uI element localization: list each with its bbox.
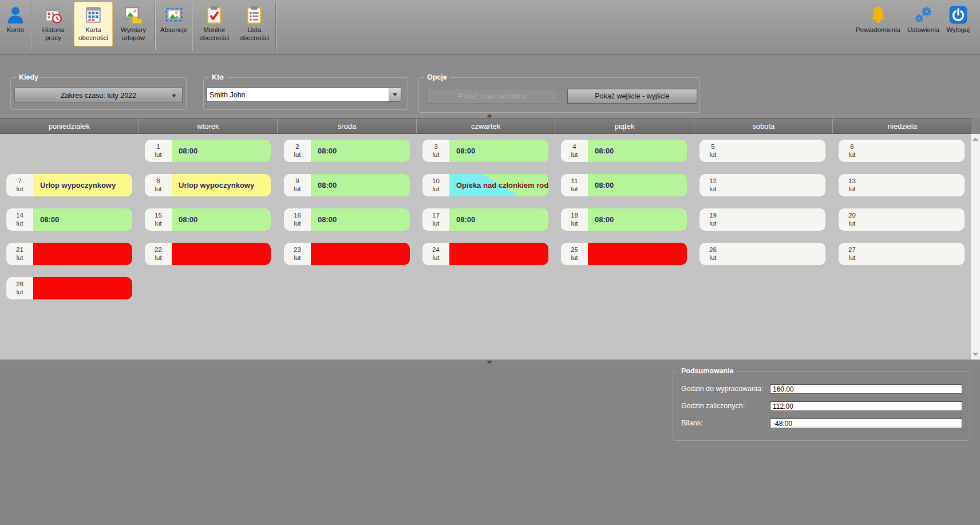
calendar-cell-day-28[interactable]: 28lut	[6, 277, 132, 299]
toolbar-button-label: Absencje	[160, 26, 187, 34]
calendar-cell-day-17[interactable]: 17lut08:00	[422, 208, 548, 231]
scroll-up-icon[interactable]	[973, 137, 978, 141]
group-opcje: Opcje Pokaż czas zaliczony Pokaż wejście…	[418, 77, 700, 113]
calendar-cell-day-3[interactable]: 3lut08:00	[422, 140, 548, 162]
calendar-cell-day-11[interactable]: 11lut08:00	[561, 174, 687, 196]
day-number: 13	[848, 177, 856, 185]
cell-date: 9lut	[284, 174, 311, 196]
month-abbr: lut	[848, 220, 855, 228]
calendar-cell-day-5[interactable]: 5lut	[700, 140, 825, 162]
cell-event-area: 08:00	[311, 208, 410, 231]
calendar-cell-day-6[interactable]: 6lut	[839, 140, 965, 162]
toolbar-button-monitor-obecnosci[interactable]: Monitor obecności	[195, 2, 234, 46]
cell-date: 6lut	[839, 140, 866, 162]
bottom-splitter[interactable]	[0, 360, 980, 365]
bell-icon	[868, 5, 888, 25]
toolbar-button-ustawienia[interactable]: Ustawienia	[904, 2, 942, 46]
toolbar-separator	[192, 2, 193, 50]
day-number: 8	[156, 177, 160, 185]
time-range-dropdown[interactable]: Zakres czasu: luty 2022	[14, 88, 183, 103]
weekday-header-sobota: sobota	[694, 119, 833, 133]
calendar-cell-day-14[interactable]: 14lut08:00	[6, 208, 132, 231]
calendar-cell-day-9[interactable]: 9lut08:00	[284, 174, 410, 196]
calendar-cell-day-8[interactable]: 8lutUrlop wypoczynkowy	[145, 174, 271, 196]
collapse-up-icon[interactable]	[487, 114, 492, 117]
cell-date: 12lut	[700, 174, 726, 196]
chevron-down-icon	[172, 94, 176, 97]
summary-value-field-1[interactable]	[770, 401, 962, 411]
day-number: 28	[16, 281, 23, 289]
calendar-cell-day-19[interactable]: 19lut	[700, 208, 825, 231]
top-splitter[interactable]	[0, 113, 980, 118]
calendar-cell-day-20[interactable]: 20lut	[839, 208, 965, 231]
calendar-cell-day-2[interactable]: 2lut08:00	[284, 140, 410, 162]
day-number: 17	[432, 212, 440, 220]
month-abbr: lut	[155, 151, 161, 159]
calendar-cell-day-24[interactable]: 24lut	[422, 243, 548, 265]
cell-date: 15lut	[145, 208, 172, 231]
calendar-cell-day-13[interactable]: 13lut	[839, 174, 965, 196]
cell-date: 8lut	[145, 174, 172, 196]
show-in-out-button[interactable]: Pokaż wejście - wyjście	[567, 89, 697, 104]
toolbar-button-absencje[interactable]: Absencje	[157, 2, 190, 46]
day-number: 26	[709, 246, 717, 254]
collapse-down-icon[interactable]	[487, 361, 492, 364]
power-icon	[949, 5, 968, 25]
calendar-cell-day-22[interactable]: 22lut	[145, 243, 271, 265]
toolbar-button-wymiary-urlopow[interactable]: Wymiary urlopów	[114, 2, 153, 46]
toolbar-button-label: Lista obecności	[238, 26, 271, 42]
toolbar-button-powiadomienia[interactable]: Powiadomienia	[853, 2, 903, 46]
calendar-cell-day-21[interactable]: 21lut	[6, 243, 132, 265]
calendar-cell-day-23[interactable]: 23lut	[284, 243, 410, 265]
event-label: 08:00	[172, 147, 197, 155]
toolbar-button-label: Wymiary urlopów	[117, 26, 150, 42]
event-label: 08:00	[588, 181, 614, 190]
calendar-cell-day-18[interactable]: 18lut08:00	[561, 208, 687, 231]
calendar-cell-day-10[interactable]: 10lutOpieka nad członkiem rodziny	[422, 174, 548, 196]
calendar-cell-day-12[interactable]: 12lut	[700, 174, 825, 196]
day-number: 27	[848, 246, 856, 254]
cell-date: 3lut	[422, 140, 449, 162]
calendar-cell-day-7[interactable]: 7lutUrlop wypoczynkowy	[6, 174, 132, 196]
summary-value-field-2[interactable]	[770, 419, 962, 428]
event-label: Urlop wypoczynkowy	[172, 181, 254, 190]
month-abbr: lut	[432, 185, 439, 194]
month-abbr: lut	[294, 185, 301, 194]
calendar-clock-icon	[44, 5, 63, 25]
toolbar-button-lista-obecnosci[interactable]: Lista obecności	[235, 2, 274, 46]
toolbar-button-historia-pracy[interactable]: Historia pracy	[34, 2, 73, 46]
scroll-down-icon[interactable]	[973, 353, 978, 356]
person-input[interactable]	[207, 88, 389, 101]
group-kiedy: Kiedy Zakres czasu: luty 2022	[10, 77, 187, 110]
weekday-header-piatek: piątek	[555, 119, 694, 133]
event-label: 08:00	[311, 181, 337, 190]
cell-event-area: 08:00	[33, 208, 132, 231]
show-counted-time-button[interactable]: Pokaż czas zaliczony	[426, 89, 558, 104]
day-number: 12	[709, 177, 717, 185]
clipboard-list-icon	[244, 5, 264, 25]
calendar-cell-day-27[interactable]: 27lut	[839, 243, 965, 265]
day-number: 25	[571, 246, 578, 254]
person-dropdown-button[interactable]	[389, 88, 401, 101]
calendar-cell-day-25[interactable]: 25lut	[561, 243, 687, 265]
calendar-cell-day-1[interactable]: 1lut08:00	[145, 140, 271, 162]
weekday-header-wtorek: wtorek	[139, 119, 278, 133]
calendar-cell-day-16[interactable]: 16lut08:00	[284, 208, 410, 231]
cell-date: 2lut	[284, 140, 311, 162]
cell-event-area: 08:00	[588, 208, 687, 231]
cell-date: 11lut	[561, 174, 588, 196]
cell-date: 13lut	[839, 174, 866, 196]
clipboard-check-icon	[204, 5, 224, 25]
calendar-cell-day-15[interactable]: 15lut08:00	[145, 208, 271, 231]
toolbar-button-konto[interactable]: Konto	[2, 2, 29, 46]
summary-value-field-0[interactable]	[770, 384, 962, 394]
cell-date: 1lut	[145, 140, 172, 162]
vertical-scrollbar[interactable]	[971, 134, 980, 360]
calendar-cell-day-4[interactable]: 4lut08:00	[561, 140, 687, 162]
event-label: Urlop wypoczynkowy	[33, 181, 116, 190]
toolbar-button-karta-obecnosci[interactable]: Karta obecności	[74, 2, 113, 46]
cell-event-area	[172, 243, 271, 265]
calendar-cell-day-26[interactable]: 26lut	[700, 243, 825, 265]
toolbar-button-wyloguj[interactable]: Wyloguj	[943, 2, 973, 46]
chevron-down-icon	[393, 93, 397, 96]
